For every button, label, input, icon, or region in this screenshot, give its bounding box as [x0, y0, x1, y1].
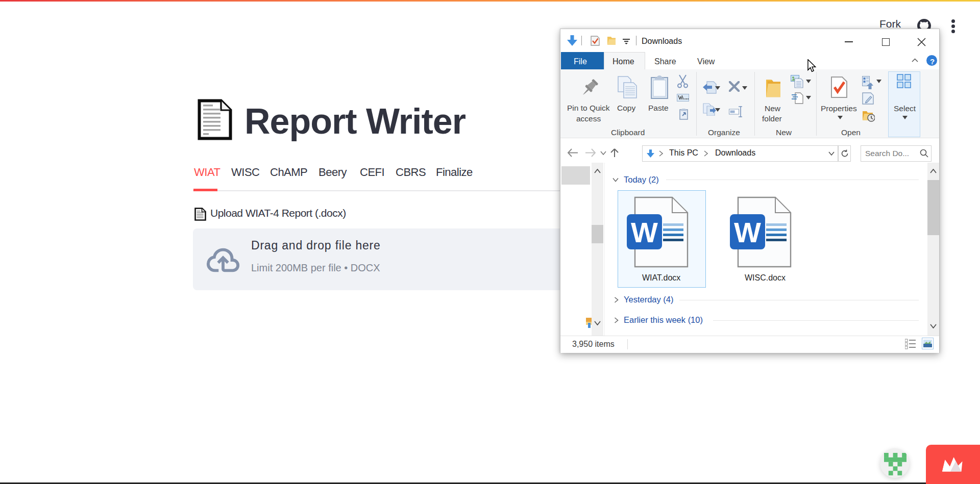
svg-text:W: W	[631, 216, 658, 248]
svg-text:W: W	[734, 216, 761, 248]
